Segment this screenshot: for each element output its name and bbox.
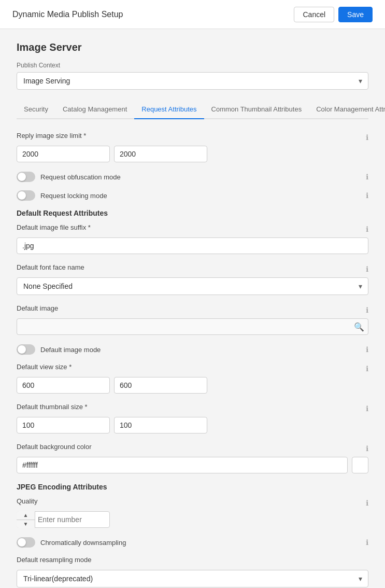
tab-security[interactable]: Security xyxy=(17,100,55,119)
default-image-label: Default image xyxy=(17,304,58,312)
default-font-face-name-label: Default font face name xyxy=(17,263,84,271)
tab-catalog[interactable]: Catalog Management xyxy=(55,100,134,119)
color-swatch[interactable] xyxy=(352,457,368,473)
default-background-color-input[interactable] xyxy=(17,457,348,473)
jpeg-encoding-heading: JPEG Encoding Attributes xyxy=(17,483,368,491)
default-view-size-inputs xyxy=(17,377,368,394)
chromatically-downsampling-row: Chromatically downsampling ℹ xyxy=(17,537,368,548)
request-locking-label: Request locking mode xyxy=(40,192,107,200)
request-locking-toggle[interactable] xyxy=(17,190,35,201)
save-button[interactable]: Save xyxy=(338,7,373,22)
cancel-button[interactable]: Cancel xyxy=(294,7,334,22)
image-server-title: Image Server xyxy=(17,41,368,53)
publish-context-label: Publish Context xyxy=(17,62,368,69)
request-obfuscation-label: Request obfuscation mode xyxy=(40,173,121,181)
default-font-face-select[interactable]: None Specified Arial Times New Roman Cou… xyxy=(17,277,368,295)
default-image-info-icon[interactable]: ℹ xyxy=(366,306,368,314)
default-request-attributes-heading: Default Request Attributes xyxy=(17,209,368,217)
reply-image-size-input-1[interactable] xyxy=(17,146,110,162)
reply-image-size-input-2[interactable] xyxy=(114,146,207,162)
top-bar: Dynamic Media Publish Setup Cancel Save xyxy=(0,0,385,29)
quality-decrement-button[interactable]: ▼ xyxy=(17,520,35,528)
request-obfuscation-row: Request obfuscation mode ℹ xyxy=(17,172,368,182)
quality-stepper-wrapper: ▲ ▼ xyxy=(17,511,110,528)
reply-image-size-limit-label: Reply image size limit * xyxy=(17,132,86,139)
tab-thumbnail[interactable]: Common Thumbnail Attributes xyxy=(204,100,309,119)
default-image-input[interactable] xyxy=(17,318,368,335)
tab-request[interactable]: Request Attributes xyxy=(134,100,204,119)
default-image-mode-info-icon[interactable]: ℹ xyxy=(366,345,368,354)
page-title: Dynamic Media Publish Setup xyxy=(12,10,123,19)
top-bar-actions: Cancel Save xyxy=(294,7,373,22)
tabs-bar: Security Catalog Management Request Attr… xyxy=(17,100,368,119)
default-view-size-input-1[interactable] xyxy=(17,377,110,394)
request-locking-row: Request locking mode ℹ xyxy=(17,190,368,201)
publish-context-wrapper: Image Serving Image Rendering Video ▾ xyxy=(17,72,368,90)
default-resampling-mode-wrapper: Tri-linear(deprecated) Bicubic Bilinear … xyxy=(17,570,368,587)
request-obfuscation-toggle[interactable] xyxy=(17,172,35,182)
default-view-size-label: Default view size * xyxy=(17,363,72,371)
quality-stepper-buttons: ▲ ▼ xyxy=(17,511,35,528)
default-thumbnail-size-input-2[interactable] xyxy=(114,417,207,433)
default-font-face-wrapper: None Specified Arial Times New Roman Cou… xyxy=(17,277,368,295)
default-background-color-info-icon[interactable]: ℹ xyxy=(366,444,368,453)
default-resampling-mode-select[interactable]: Tri-linear(deprecated) Bicubic Bilinear … xyxy=(17,570,368,587)
request-locking-info-icon[interactable]: ℹ xyxy=(366,191,368,200)
default-image-search-icon[interactable]: 🔍 xyxy=(354,322,364,332)
quality-info-icon[interactable]: ℹ xyxy=(366,499,368,507)
default-background-color-label: Default background color xyxy=(17,443,92,451)
reply-image-size-info-icon[interactable]: ℹ xyxy=(366,133,368,142)
default-image-mode-row: Default image mode ℹ xyxy=(17,344,368,355)
default-image-mode-toggle[interactable] xyxy=(17,344,35,355)
default-image-file-suffix-info-icon[interactable]: ℹ xyxy=(366,225,368,233)
default-view-size-input-2[interactable] xyxy=(114,377,207,394)
default-image-mode-label: Default image mode xyxy=(40,346,101,354)
default-image-file-suffix-input[interactable] xyxy=(17,237,368,254)
chromatically-downsampling-label: Chromatically downsampling xyxy=(40,539,126,547)
default-resampling-mode-label: Default resampling mode xyxy=(17,556,92,564)
default-thumbnail-size-info-icon[interactable]: ℹ xyxy=(366,404,368,413)
default-background-color-wrapper xyxy=(17,457,368,473)
default-thumbnail-size-input-1[interactable] xyxy=(17,417,110,433)
chromatically-downsampling-info-icon[interactable]: ℹ xyxy=(366,538,368,547)
main-content: Image Server Publish Context Image Servi… xyxy=(0,29,385,588)
default-font-face-info-icon[interactable]: ℹ xyxy=(366,265,368,273)
quality-increment-button[interactable]: ▲ xyxy=(17,511,35,520)
chromatically-downsampling-toggle[interactable] xyxy=(17,537,35,548)
default-thumbnail-size-inputs xyxy=(17,417,368,433)
quality-label: Quality xyxy=(17,497,37,505)
default-thumbnail-size-label: Default thumbnail size * xyxy=(17,403,88,411)
default-view-size-info-icon[interactable]: ℹ xyxy=(366,365,368,373)
default-image-input-wrapper: 🔍 xyxy=(17,318,368,335)
reply-image-size-inputs xyxy=(17,146,368,162)
request-obfuscation-info-icon[interactable]: ℹ xyxy=(366,173,368,181)
publish-context-select[interactable]: Image Serving Image Rendering Video xyxy=(17,72,368,90)
default-image-file-suffix-label: Default image file suffix * xyxy=(17,223,91,231)
tab-color[interactable]: Color Management Attributes xyxy=(309,100,385,119)
